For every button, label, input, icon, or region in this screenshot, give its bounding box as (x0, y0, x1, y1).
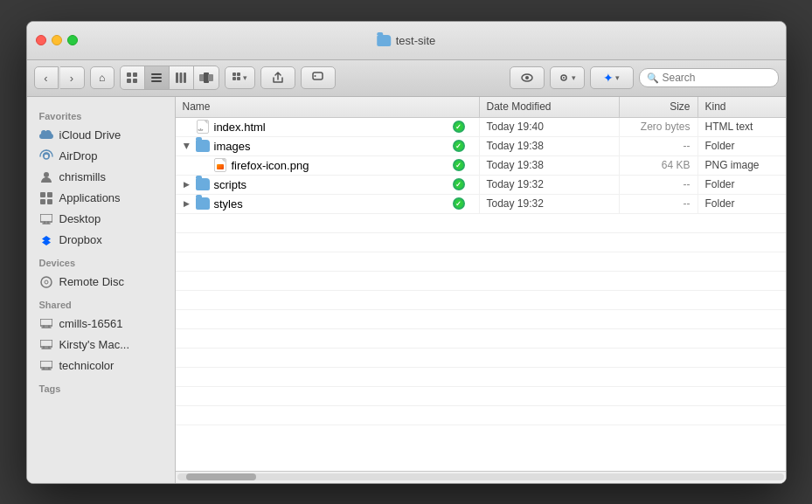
size-cell: -- (620, 195, 698, 213)
eye-icon (521, 72, 533, 84)
svg-rect-28 (47, 199, 52, 204)
file-list-header: Name Date Modified Size Kind (176, 97, 786, 118)
chrismills-label: chrismills (59, 170, 106, 183)
icon-view-button[interactable] (121, 66, 145, 89)
table-row[interactable]: ▶ </> index.html Today 19:40 Zero bytes (176, 118, 786, 137)
file-name-cell: ▶ firefox-icon.png (176, 156, 480, 175)
scrollbar-track[interactable] (177, 473, 784, 480)
action-button[interactable]: ▾ (550, 66, 585, 89)
horizontal-scrollbar[interactable] (176, 471, 786, 483)
table-row[interactable]: ▶ scripts Today 19:32 -- Folder (176, 176, 786, 195)
size-cell: Zero bytes (620, 118, 698, 136)
date-cell: Today 19:38 (480, 137, 620, 155)
kind-cell: HTML text (698, 118, 786, 136)
file-name-cell: ▶ styles (176, 195, 480, 213)
list-view-button[interactable] (145, 66, 170, 89)
date-value: Today 19:32 (487, 197, 544, 210)
empty-row (176, 252, 786, 272)
table-row[interactable]: ▶ firefox-icon.png Today 19:38 64 KB (176, 156, 786, 176)
sidebar-item-technicolor[interactable]: technicolor (27, 356, 175, 376)
forward-button[interactable]: › (60, 66, 85, 89)
share-button[interactable] (260, 66, 295, 89)
sync-status-icon (453, 178, 465, 190)
home-button[interactable]: ⌂ (90, 66, 115, 89)
kirstys-mac-label: Kirsty's Mac... (59, 338, 130, 351)
disclosure-arrow-icon[interactable]: ▶ (183, 142, 191, 150)
sync-status-icon (453, 159, 465, 171)
traffic-lights (36, 35, 78, 45)
filename: firefox-icon.png (232, 159, 309, 172)
folder-icon (196, 177, 210, 191)
col-kind-header[interactable]: Kind (698, 97, 786, 117)
search-box[interactable]: 🔍 (639, 68, 779, 87)
maximize-button[interactable] (67, 35, 78, 45)
size-cell: -- (620, 137, 698, 155)
home-icon: ⌂ (99, 72, 105, 84)
back-button[interactable]: ‹ (34, 66, 59, 89)
svg-rect-33 (40, 340, 52, 347)
col-size-header[interactable]: Size (620, 97, 698, 117)
date-value: Today 19:38 (487, 159, 544, 171)
sidebar-item-dropbox[interactable]: Dropbox (27, 230, 175, 251)
scrollbar-thumb[interactable] (186, 473, 256, 480)
minimize-button[interactable] (52, 35, 62, 45)
folder-icon (196, 197, 210, 211)
empty-row (176, 272, 786, 291)
svg-rect-8 (180, 72, 183, 83)
remote-disc-label: Remote Disc (59, 275, 124, 288)
view-buttons (120, 66, 219, 90)
sidebar-item-remote-disc[interactable]: Remote Disc (27, 272, 175, 293)
search-input[interactable] (663, 72, 771, 84)
sidebar-item-airdrop[interactable]: AirDrop (27, 146, 175, 167)
empty-row (176, 387, 786, 406)
tag-button[interactable] (301, 66, 336, 89)
title-bar: test-site (27, 22, 786, 60)
col-name-header[interactable]: Name (176, 97, 480, 117)
html-file-icon: </> (196, 120, 210, 134)
monitor-icon-2 (39, 338, 53, 352)
size-cell: -- (620, 176, 698, 194)
disclosure-arrow-icon[interactable]: ▶ (183, 180, 191, 189)
sidebar-item-applications[interactable]: Applications (27, 188, 175, 209)
sidebar-item-kirstys-mac[interactable]: Kirsty's Mac... (27, 335, 175, 356)
eye-button[interactable] (510, 66, 545, 89)
table-row[interactable]: ▶ styles Today 19:32 -- Folder (176, 195, 786, 214)
sidebar-item-icloud-drive[interactable]: iCloud Drive (27, 125, 175, 146)
table-row[interactable]: ▶ images Today 19:38 -- Folder (176, 137, 786, 156)
col-date-header[interactable]: Date Modified (480, 97, 620, 117)
cover-flow-button[interactable] (194, 66, 219, 89)
desktop-icon (39, 212, 53, 226)
kind-cell: Folder (698, 195, 786, 213)
file-list: Name Date Modified Size Kind ▶ </> index… (176, 97, 786, 483)
date-cell: Today 19:38 (480, 156, 620, 175)
svg-rect-25 (40, 192, 45, 197)
disclosure-arrow-icon[interactable]: ▶ (183, 199, 191, 208)
svg-rect-27 (40, 199, 45, 204)
empty-row (176, 329, 786, 349)
airdrop-icon (39, 149, 53, 163)
sidebar-item-cmills-16561[interactable]: cmills-16561 (27, 314, 175, 335)
close-button[interactable] (36, 35, 46, 45)
airdrop-label: AirDrop (59, 149, 98, 162)
svg-rect-6 (151, 80, 162, 82)
size-value: -- (684, 178, 691, 190)
monitor-icon-1 (39, 317, 53, 331)
column-view-button[interactable] (170, 66, 194, 89)
empty-row (176, 368, 786, 387)
kind-cell: Folder (698, 137, 786, 155)
dropbox-button[interactable]: ✦ ▾ (590, 66, 634, 89)
svg-rect-26 (47, 192, 52, 197)
sidebar-item-desktop[interactable]: Desktop (27, 209, 175, 230)
action-arrow-icon: ▾ (572, 73, 576, 82)
favorites-section-label: Favorites (27, 104, 175, 125)
kind-value: Folder (705, 140, 735, 152)
empty-row (176, 310, 786, 329)
date-value: Today 19:40 (487, 121, 544, 133)
dropbox-icon: ✦ (603, 71, 614, 85)
sidebar-item-chrismills[interactable]: chrismills (27, 167, 175, 188)
arrange-button[interactable]: ▾ (225, 66, 255, 89)
empty-row (176, 349, 786, 368)
svg-rect-16 (237, 77, 240, 80)
title-folder-icon (377, 35, 391, 46)
svg-rect-29 (40, 214, 52, 222)
